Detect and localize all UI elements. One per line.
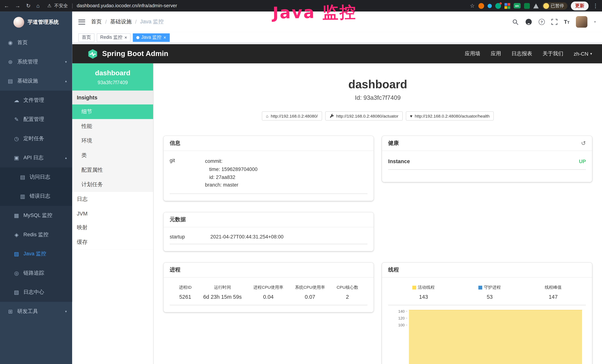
sidebar-item-trace[interactable]: ◎ 链路追踪 <box>0 264 72 283</box>
chevron-down-icon: ▾ <box>65 310 67 313</box>
app-logo-row[interactable]: 芋道管理系统 <box>0 11 72 33</box>
sba-brand[interactable]: Spring Boot Admin <box>87 49 168 59</box>
sba-item-jvm[interactable]: JVM <box>72 207 153 221</box>
sba-item-environment[interactable]: 环境 <box>72 134 153 148</box>
monitor-icon: ▨ <box>12 251 21 257</box>
sidebar-item-label: 文件管理 <box>23 97 44 104</box>
spring-boot-logo-icon <box>87 49 98 59</box>
font-size-icon[interactable]: TT <box>564 18 570 25</box>
sba-item-scheduled-tasks[interactable]: 计划任务 <box>72 177 153 192</box>
sidebar-item-system-management[interactable]: ⊛ 系统管理 ▾ <box>0 52 72 72</box>
close-icon[interactable]: × <box>124 35 127 40</box>
sidebar-item-scheduled-jobs[interactable]: ◷ 定时任务 <box>0 129 72 148</box>
sba-item-mappings[interactable]: 映射 <box>72 221 153 235</box>
emoji-face-icon <box>543 3 549 9</box>
sidebar-item-label: Redis 监控 <box>23 231 48 238</box>
browser-menu-icon[interactable]: ⋮ <box>593 3 598 9</box>
app-window: 芋道管理系统 ◉ 首页 ⊛ 系统管理 ▾ ▤ 基础设施 ▴ ☁ <box>0 11 602 364</box>
sba-instance-id: 93a3fc7f7409 <box>75 80 150 85</box>
sidebar-item-file-management[interactable]: ☁ 文件管理 <box>0 91 72 110</box>
fullscreen-icon[interactable] <box>551 19 557 25</box>
back-icon[interactable]: ← <box>4 3 9 9</box>
sidebar-item-dev-tools[interactable]: ⊞ 研发工具 ▾ <box>0 302 72 321</box>
sidebar-item-infrastructure[interactable]: ▤ 基础设施 ▴ <box>0 71 72 91</box>
reload-icon[interactable]: ↻ <box>26 3 31 9</box>
sba-instance-header[interactable]: dashboard 93a3fc7f7409 <box>72 64 153 91</box>
sba-nav-applications[interactable]: 应用 <box>491 50 501 57</box>
card-health-title: 健康 <box>388 140 399 147</box>
sidebar-item-redis-monitor[interactable]: ◈ Redis 监控 <box>0 225 72 244</box>
sidebar-item-error-logs[interactable]: ▥ 错误日志 <box>0 187 72 206</box>
link-health-url[interactable]: ♥ http://192.168.0.2:48080/actuator/heal… <box>406 111 494 121</box>
tab-home[interactable]: 首页 <box>78 33 94 42</box>
extension-icon-orange[interactable] <box>478 3 484 9</box>
link-label: http://192.168.0.2:48080/actuator/health <box>415 114 490 118</box>
sidebar-item-api-logs[interactable]: ▣ API 日志 ▴ <box>0 148 72 167</box>
forward-icon[interactable]: → <box>15 3 20 9</box>
search-icon[interactable] <box>512 19 519 25</box>
sba-item-performance[interactable]: 性能 <box>72 119 153 134</box>
log-center-icon: ▧ <box>12 289 21 295</box>
breadcrumb-home[interactable]: 首页 <box>91 18 102 25</box>
avatar[interactable] <box>576 16 588 28</box>
link-service-url[interactable]: ⌂ http://192.168.0.2:48080/ <box>262 111 322 121</box>
sba-item-logs[interactable]: 日志 <box>72 192 153 207</box>
extension-icon-on[interactable]: on <box>514 3 520 9</box>
sba-nav-journal[interactable]: 日志报表 <box>512 50 532 57</box>
breadcrumb-infrastructure[interactable]: 基础设施 <box>110 18 132 25</box>
sba-nav-wallboard[interactable]: 应用墙 <box>465 50 480 57</box>
extension-icon-teal[interactable] <box>495 3 501 9</box>
sba-item-caches[interactable]: 缓存 <box>72 235 153 250</box>
card-process-title: 进程 <box>163 263 374 278</box>
page-title: dashboard <box>153 78 602 91</box>
sidebar-item-access-logs[interactable]: ▤ 访问日志 <box>0 167 72 187</box>
tab-redis-monitor[interactable]: Redis 监控 × <box>97 33 130 42</box>
heart-icon: ♥ <box>410 114 412 118</box>
link-actuator-url[interactable]: http://192.168.0.2:48080/actuator <box>325 111 402 121</box>
avatar-caret-icon[interactable]: ▾ <box>594 20 596 24</box>
home-menu-icon: ◉ <box>6 40 15 46</box>
help-icon[interactable]: ? <box>538 19 545 25</box>
bookmark-star-icon[interactable]: ☆ <box>470 3 475 9</box>
extension-icon-tree[interactable] <box>533 3 538 8</box>
extension-icon-leaf[interactable] <box>524 3 530 9</box>
address-bar[interactable]: ⚠ 不安全 dashboard.yudao.iocoder.cn/infra/a… <box>47 2 470 9</box>
tab-label: Redis 监控 <box>100 34 122 41</box>
extension-icon-grid[interactable] <box>504 3 510 9</box>
browser-nav-buttons: ← → ↻ ⌂ <box>4 3 40 9</box>
eye-icon: ◎ <box>12 270 21 276</box>
sidebar-item-java-monitor[interactable]: ▨ Java 监控 <box>0 244 72 264</box>
sidebar-item-config-management[interactable]: ✎ 配置管理 <box>0 110 72 129</box>
history-icon[interactable]: ↺ <box>581 140 586 147</box>
card-threads-title: 线程 <box>382 263 592 278</box>
breadcrumb-separator: / <box>135 19 137 25</box>
sba-item-classes[interactable]: 类 <box>72 148 153 163</box>
sba-item-details[interactable]: 细节 <box>72 104 153 119</box>
update-button[interactable]: 更新 <box>571 1 589 10</box>
sidebar-item-home[interactable]: ◉ 首页 <box>0 33 72 52</box>
info-git-row: git commit: time: 1596289704000 id: 27aa… <box>170 153 367 194</box>
extension-icon-drop[interactable] <box>487 4 492 8</box>
legend-live-threads: 活动线程 143 <box>412 285 435 300</box>
sidebar-collapse-icon[interactable] <box>78 20 85 24</box>
threads-chart-yaxis: 140 120 100 <box>388 308 408 361</box>
info-value: commit: time: 1596289704000 id: 27aa832 … <box>205 157 367 189</box>
log-icon: ▣ <box>12 155 21 161</box>
url-text[interactable]: dashboard.yudao.iocoder.cn/infra/admin-s… <box>77 3 177 9</box>
sba-locale-select[interactable]: zh-CN ▾ <box>574 51 592 57</box>
sba-nav-about[interactable]: 关于我们 <box>542 50 563 57</box>
sba-item-config-properties[interactable]: 配置属性 <box>72 163 153 177</box>
sidebar-item-log-center[interactable]: ▧ 日志中心 <box>0 283 72 302</box>
sidebar-item-label: 链路追踪 <box>23 270 44 277</box>
tab-java-monitor[interactable]: Java 监控 × <box>133 33 170 42</box>
github-icon[interactable] <box>525 18 532 25</box>
sidebar-item-label: MySQL 监控 <box>23 212 52 219</box>
sba-brand-title: Spring Boot Admin <box>102 50 168 58</box>
sidebar-item-mysql-monitor[interactable]: ▦ MySQL 监控 <box>0 206 72 225</box>
security-label[interactable]: 不安全 <box>54 2 68 9</box>
process-table: 进程ID 5261 运行时间 6d 23h 15m 59s <box>170 280 367 305</box>
gear-icon: ⊛ <box>6 59 15 65</box>
home-icon[interactable]: ⌂ <box>36 3 40 9</box>
paused-badge[interactable]: 已暂停 <box>542 2 568 9</box>
close-icon[interactable]: × <box>163 35 166 40</box>
